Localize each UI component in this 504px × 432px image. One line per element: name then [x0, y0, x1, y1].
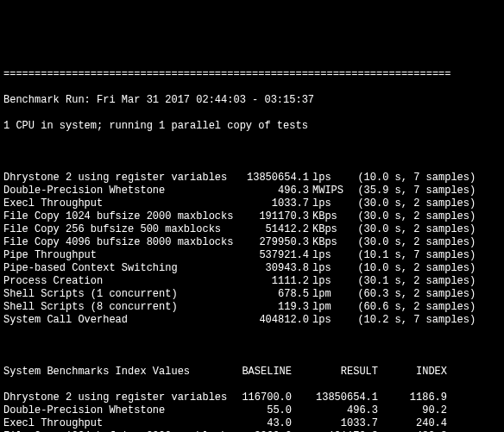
index-result: 13850654.1 [292, 391, 378, 404]
index-result: 496.3 [292, 404, 378, 417]
test-name: Double-Precision Whetstone [3, 185, 231, 197]
test-name: File Copy 256 bufsize 500 maxblocks [3, 223, 231, 236]
test-row: Pipe Throughput537921.4lps(10.1 s, 7 sam… [3, 249, 504, 262]
index-header-title: System Benchmarks Index Values [3, 366, 231, 379]
test-time: (60.3 s, [347, 288, 407, 301]
test-row: Dhrystone 2 using register variables1385… [3, 172, 504, 185]
index-baseline: 55.0 [231, 404, 292, 417]
test-row: Execl Throughput1033.7lps(30.0 s, 2 samp… [3, 197, 504, 210]
separator-line: ========================================… [3, 68, 504, 81]
index-name: Double-Precision Whetstone [3, 404, 231, 417]
test-samples: 2 samples) [413, 275, 476, 288]
test-time: (30.0 s, [347, 197, 407, 210]
test-name: File Copy 1024 bufsize 2000 maxblocks [3, 210, 231, 223]
index-result: 1033.7 [292, 417, 378, 430]
test-name: Process Creation [3, 275, 231, 288]
test-time: (30.1 s, [347, 275, 407, 288]
test-time: (35.9 s, [347, 185, 407, 197]
test-value: 404812.0 [231, 314, 309, 327]
test-value: 191170.3 [231, 210, 309, 223]
test-unit: KBps [309, 236, 347, 249]
test-samples: 7 samples) [413, 185, 476, 197]
test-unit: MWIPS [309, 185, 347, 197]
blank-line [3, 146, 504, 159]
test-row: System Call Overhead404812.0lps(10.2 s, … [3, 314, 504, 327]
test-unit: lps [309, 275, 347, 288]
test-row: Shell Scripts (1 concurrent)678.5lpm(60.… [3, 288, 504, 301]
index-value: 1186.9 [378, 391, 447, 404]
test-name: System Call Overhead [3, 314, 231, 327]
test-name: Pipe Throughput [3, 249, 231, 262]
index-baseline: 116700.0 [231, 391, 292, 404]
test-row: File Copy 1024 bufsize 2000 maxblocks191… [3, 210, 504, 223]
test-unit: lpm [309, 301, 347, 314]
test-samples: 7 samples) [413, 172, 476, 185]
col-baseline: BASELINE [231, 366, 292, 379]
index-row: Double-Precision Whetstone55.0496.390.2 [3, 404, 504, 417]
test-time: (10.0 s, [347, 172, 407, 185]
blank-line [3, 340, 504, 353]
test-samples: 2 samples) [413, 301, 476, 314]
test-time: (10.0 s, [347, 262, 407, 275]
test-time: (30.0 s, [347, 236, 407, 249]
index-name: Dhrystone 2 using register variables [3, 391, 231, 404]
test-value: 678.5 [231, 288, 309, 301]
test-samples: 2 samples) [413, 236, 476, 249]
test-name: Shell Scripts (1 concurrent) [3, 288, 231, 301]
test-row: File Copy 4096 bufsize 8000 maxblocks279… [3, 236, 504, 249]
test-name: Dhrystone 2 using register variables [3, 172, 231, 185]
test-unit: lpm [309, 288, 347, 301]
test-time: (30.0 s, [347, 210, 407, 223]
test-row: Double-Precision Whetstone496.3MWIPS(35.… [3, 185, 504, 197]
index-baseline: 43.0 [231, 417, 292, 430]
test-name: Pipe-based Context Switching [3, 262, 231, 275]
terminal-output: ========================================… [3, 55, 504, 432]
index-value: 90.2 [378, 404, 447, 417]
test-value: 51412.2 [231, 223, 309, 236]
test-value: 279950.3 [231, 236, 309, 249]
test-value: 119.3 [231, 301, 309, 314]
test-value: 1111.2 [231, 275, 309, 288]
test-value: 537921.4 [231, 249, 309, 262]
test-samples: 2 samples) [413, 223, 476, 236]
test-samples: 7 samples) [413, 249, 476, 262]
test-samples: 2 samples) [413, 210, 476, 223]
benchmark-run-line: Benchmark Run: Fri Mar 31 2017 02:44:03 … [3, 94, 504, 107]
index-row: Execl Throughput43.01033.7240.4 [3, 417, 504, 430]
cpu-info-line: 1 CPU in system; running 1 parallel copy… [3, 120, 504, 133]
test-time: (10.1 s, [347, 249, 407, 262]
test-row: Process Creation1111.2lps(30.1 s, 2 samp… [3, 275, 504, 288]
index-header-row: System Benchmarks Index ValuesBASELINERE… [3, 366, 504, 379]
test-samples: 7 samples) [413, 314, 476, 327]
test-samples: 2 samples) [413, 288, 476, 301]
test-name: Shell Scripts (8 concurrent) [3, 301, 231, 314]
test-name: File Copy 4096 bufsize 8000 maxblocks [3, 236, 231, 249]
test-name: Execl Throughput [3, 197, 231, 210]
test-samples: 2 samples) [413, 262, 476, 275]
test-value: 1033.7 [231, 197, 309, 210]
index-row: Dhrystone 2 using register variables1167… [3, 391, 504, 404]
test-time: (60.6 s, [347, 301, 407, 314]
test-unit: lps [309, 314, 347, 327]
col-result: RESULT [292, 366, 378, 379]
test-time: (30.0 s, [347, 223, 407, 236]
test-row: Pipe-based Context Switching30943.8lps(1… [3, 262, 504, 275]
test-row: Shell Scripts (8 concurrent)119.3lpm(60.… [3, 301, 504, 314]
test-value: 30943.8 [231, 262, 309, 275]
test-unit: lps [309, 262, 347, 275]
test-unit: KBps [309, 223, 347, 236]
test-unit: lps [309, 197, 347, 210]
test-unit: KBps [309, 210, 347, 223]
index-name: Execl Throughput [3, 417, 231, 430]
test-unit: lps [309, 249, 347, 262]
test-unit: lps [309, 172, 347, 185]
test-value: 496.3 [231, 185, 309, 197]
test-time: (10.2 s, [347, 314, 407, 327]
test-samples: 2 samples) [413, 197, 476, 210]
test-row: File Copy 256 bufsize 500 maxblocks51412… [3, 223, 504, 236]
test-value: 13850654.1 [231, 172, 309, 185]
col-index: INDEX [378, 366, 447, 379]
index-value: 240.4 [378, 417, 447, 430]
